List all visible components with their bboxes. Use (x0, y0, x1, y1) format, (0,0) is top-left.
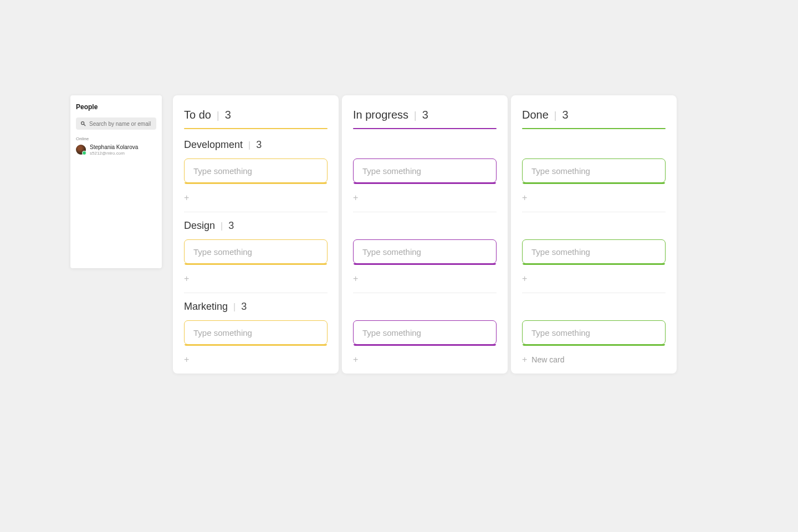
card-input[interactable] (531, 166, 656, 176)
people-panel: People Online Stephania Kolarova s5212@m… (70, 95, 162, 268)
add-card-button[interactable]: + (184, 355, 328, 365)
divider-icon: | (414, 110, 417, 121)
section-title: Marketing (184, 301, 228, 313)
column-header: In progress | 3 (353, 109, 497, 121)
plus-icon: + (522, 193, 527, 202)
card[interactable] (353, 320, 497, 345)
section-count: 3 (241, 301, 247, 313)
section-divider (353, 293, 497, 293)
section-divider (184, 212, 328, 212)
kanban-board: To do | 3 Development | 3 + Design (173, 95, 677, 374)
card[interactable] (184, 239, 328, 264)
divider-icon: | (221, 221, 223, 231)
card-input[interactable] (193, 247, 318, 257)
add-card-button[interactable]: + (353, 193, 497, 203)
card[interactable] (184, 158, 328, 183)
online-section-label: Online (76, 136, 156, 141)
section-divider (522, 212, 666, 212)
card-input[interactable] (531, 328, 656, 337)
section-divider (353, 212, 497, 212)
section-divider (522, 293, 666, 293)
column-title: Done (522, 109, 549, 121)
card-input[interactable] (193, 166, 318, 176)
column-header: To do | 3 (184, 109, 328, 121)
add-card-button[interactable]: + (522, 274, 666, 284)
user-meta: Stephania Kolarova s5212@miro.com (90, 144, 138, 156)
column-title: In progress (353, 109, 408, 121)
plus-icon: + (353, 193, 358, 202)
plus-icon: + (184, 274, 189, 283)
divider-icon: | (217, 110, 219, 121)
section-header-design: Design | 3 (184, 220, 328, 232)
column-title: To do (184, 109, 211, 121)
plus-icon: + (353, 274, 358, 283)
add-card-button[interactable]: + (522, 193, 666, 203)
user-email: s5212@miro.com (90, 151, 138, 156)
people-title: People (76, 103, 156, 111)
search-icon (80, 121, 86, 126)
add-card-button[interactable]: + (184, 274, 328, 284)
section-header-marketing: Marketing | 3 (184, 301, 328, 313)
card-input[interactable] (193, 328, 318, 337)
card[interactable] (522, 158, 666, 183)
section-title: Development (184, 139, 243, 151)
divider-icon: | (248, 140, 250, 150)
column-count: 3 (422, 109, 428, 121)
divider-icon: | (233, 302, 236, 312)
card[interactable] (522, 239, 666, 264)
card-input[interactable] (362, 328, 487, 337)
user-row[interactable]: Stephania Kolarova s5212@miro.com (76, 144, 156, 156)
divider-icon: | (554, 110, 557, 121)
avatar (76, 145, 86, 155)
column-accent-line (522, 128, 666, 129)
card-input[interactable] (362, 247, 487, 257)
card[interactable] (353, 239, 497, 264)
new-card-button[interactable]: + New card (522, 355, 666, 365)
section-divider (184, 293, 328, 293)
column-header: Done | 3 (522, 109, 666, 121)
plus-icon: + (522, 274, 527, 283)
card[interactable] (522, 320, 666, 345)
add-card-button[interactable]: + (353, 355, 497, 365)
card-input[interactable] (531, 247, 656, 257)
column-in-progress: In progress | 3 . + . + . (342, 95, 508, 374)
section-count: 3 (256, 139, 262, 151)
column-done: Done | 3 . + . + . (511, 95, 677, 374)
search-input[interactable] (89, 121, 152, 127)
user-name: Stephania Kolarova (90, 144, 138, 151)
column-count: 3 (225, 109, 231, 121)
column-todo: To do | 3 Development | 3 + Design (173, 95, 339, 374)
plus-icon: + (353, 355, 358, 364)
plus-icon: + (184, 193, 189, 202)
plus-icon: + (184, 355, 189, 364)
column-accent-line (184, 128, 328, 129)
section-title: Design (184, 220, 215, 232)
add-card-button[interactable]: + (184, 193, 328, 203)
people-search-box[interactable] (76, 117, 156, 130)
column-count: 3 (562, 109, 569, 121)
card[interactable] (353, 158, 497, 183)
card-input[interactable] (362, 166, 487, 176)
add-card-button[interactable]: + (353, 274, 497, 284)
card[interactable] (184, 320, 328, 345)
section-count: 3 (228, 220, 234, 232)
svg-line-1 (84, 124, 85, 126)
section-header-development: Development | 3 (184, 139, 328, 151)
new-card-label: New card (531, 355, 564, 364)
column-accent-line (353, 128, 497, 129)
plus-icon: + (522, 355, 527, 364)
